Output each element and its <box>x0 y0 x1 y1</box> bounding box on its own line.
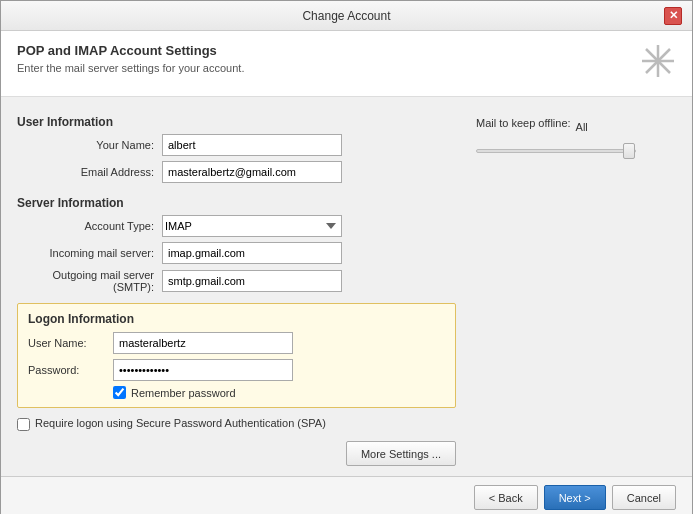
left-panel: User Information Your Name: Email Addres… <box>17 107 456 466</box>
password-row: Password: <box>28 359 445 381</box>
password-label: Password: <box>28 364 113 376</box>
header-heading: POP and IMAP Account Settings <box>17 43 244 58</box>
server-info-header: Server Information <box>17 196 456 210</box>
your-name-label: Your Name: <box>17 139 162 151</box>
remember-row: Remember password <box>28 386 445 399</box>
incoming-server-input[interactable] <box>162 242 342 264</box>
header-icon <box>640 43 676 84</box>
slider-track <box>476 149 636 153</box>
spa-row: Require logon using Secure Password Auth… <box>17 416 456 431</box>
main-area: User Information Your Name: Email Addres… <box>1 97 692 476</box>
username-label: User Name: <box>28 337 113 349</box>
account-type-row: Account Type: IMAP POP3 <box>17 215 456 237</box>
spa-label: Require logon using Secure Password Auth… <box>35 416 326 431</box>
incoming-server-label: Incoming mail server: <box>17 247 162 259</box>
svg-point-4 <box>655 58 661 64</box>
slider-container <box>476 145 676 153</box>
outgoing-server-row: Outgoing mail server (SMTP): <box>17 269 456 293</box>
spa-checkbox[interactable] <box>17 418 30 431</box>
header-text: POP and IMAP Account Settings Enter the … <box>17 43 244 74</box>
right-panel: Mail to keep offline: All <box>476 107 676 466</box>
dialog-content: POP and IMAP Account Settings Enter the … <box>1 31 692 514</box>
dialog-title: Change Account <box>29 9 664 23</box>
logon-section: Logon Information User Name: Password: R… <box>17 303 456 408</box>
outgoing-server-input[interactable] <box>162 270 342 292</box>
email-input[interactable] <box>162 161 342 183</box>
back-button[interactable]: < Back <box>474 485 538 510</box>
your-name-row: Your Name: <box>17 134 456 156</box>
username-row: User Name: <box>28 332 445 354</box>
account-type-select[interactable]: IMAP POP3 <box>162 215 342 237</box>
dialog-window: Change Account ✕ POP and IMAP Account Se… <box>0 0 693 514</box>
close-button[interactable]: ✕ <box>664 7 682 25</box>
more-settings-row: More Settings ... <box>17 431 456 466</box>
password-input[interactable] <box>113 359 293 381</box>
more-settings-button[interactable]: More Settings ... <box>346 441 456 466</box>
header-section: POP and IMAP Account Settings Enter the … <box>1 31 692 97</box>
header-subtext: Enter the mail server settings for your … <box>17 62 244 74</box>
account-type-label: Account Type: <box>17 220 162 232</box>
cancel-button[interactable]: Cancel <box>612 485 676 510</box>
slider-thumb[interactable] <box>623 143 635 159</box>
footer: < Back Next > Cancel <box>1 476 692 514</box>
offline-row: Mail to keep offline: All <box>476 117 676 137</box>
your-name-input[interactable] <box>162 134 342 156</box>
remember-label: Remember password <box>131 387 236 399</box>
username-input[interactable] <box>113 332 293 354</box>
outgoing-server-label: Outgoing mail server (SMTP): <box>17 269 162 293</box>
offline-value: All <box>576 121 588 133</box>
title-bar: Change Account ✕ <box>1 1 692 31</box>
remember-checkbox[interactable] <box>113 386 126 399</box>
offline-label: Mail to keep offline: <box>476 117 571 129</box>
logon-header: Logon Information <box>28 312 445 326</box>
next-button[interactable]: Next > <box>544 485 606 510</box>
email-label: Email Address: <box>17 166 162 178</box>
user-info-header: User Information <box>17 115 456 129</box>
email-row: Email Address: <box>17 161 456 183</box>
incoming-server-row: Incoming mail server: <box>17 242 456 264</box>
